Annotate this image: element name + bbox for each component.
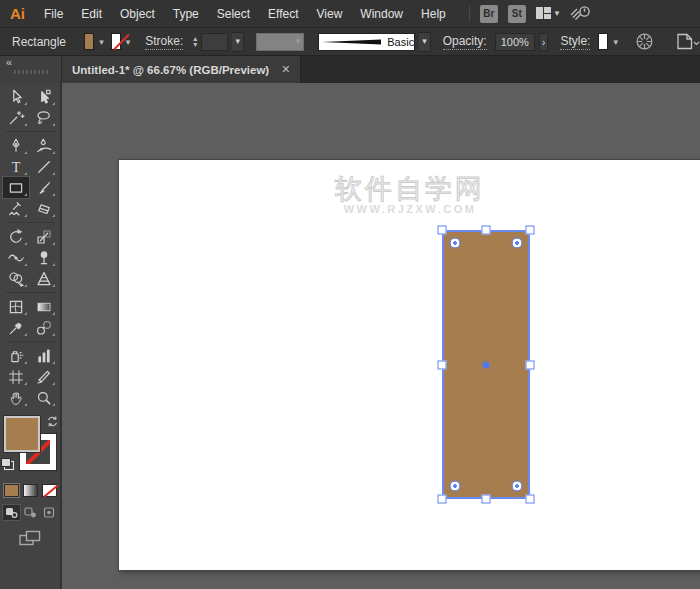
eraser-tool[interactable]	[31, 198, 57, 219]
opacity-link[interactable]: Opacity:	[443, 34, 487, 50]
shaper-tool[interactable]	[3, 198, 29, 219]
menu-item-file[interactable]: File	[35, 0, 72, 28]
slice-tool[interactable]	[31, 366, 57, 387]
selection-handle[interactable]	[526, 226, 535, 235]
change-screen-mode-icon[interactable]	[18, 530, 42, 551]
document-canvas[interactable]: 软件自学网 WWW.RJZXW.COM	[62, 83, 700, 589]
selection-handle[interactable]	[438, 226, 447, 235]
shape-builder-tool[interactable]	[3, 268, 29, 289]
draw-normal-icon[interactable]	[3, 505, 20, 520]
selection-handle[interactable]	[438, 495, 447, 504]
eyedropper-tool[interactable]	[3, 317, 29, 338]
menu-item-view[interactable]: View	[308, 0, 352, 28]
direct-selection-tool[interactable]	[31, 86, 57, 107]
none-button[interactable]	[42, 484, 57, 497]
stroke-swatch[interactable]	[111, 33, 121, 50]
toolbar-separator	[3, 338, 57, 345]
stock-button[interactable]: St	[508, 5, 526, 23]
shape-center-point[interactable]	[483, 361, 490, 368]
stroke-weight-stepper[interactable]: ▴▾	[193, 36, 197, 48]
draw-behind-icon[interactable]	[22, 505, 39, 520]
toolbar-grip[interactable]	[14, 70, 48, 74]
drawing-mode-buttons	[3, 505, 58, 520]
close-tab-icon[interactable]: ✕	[281, 63, 290, 76]
magic-wand-tool[interactable]	[3, 107, 29, 128]
symbol-sprayer-tool[interactable]	[3, 345, 29, 366]
eraser-icon	[35, 200, 53, 218]
gpu-performance-icon[interactable]	[569, 3, 591, 25]
fill-dropdown-chevron-icon[interactable]: ▾	[98, 37, 107, 47]
type-tool[interactable]: T	[3, 156, 29, 177]
pen-tool[interactable]	[3, 135, 29, 156]
collapse-panel-icon[interactable]: «	[6, 56, 12, 68]
selection-handle[interactable]	[482, 495, 491, 504]
rotate-tool[interactable]	[3, 226, 29, 247]
draw-inside-icon[interactable]	[41, 505, 58, 520]
document-tab[interactable]: Untitled-1* @ 66.67% (RGB/Preview) ✕	[62, 56, 301, 83]
lasso-tool[interactable]	[31, 107, 57, 128]
selection-handle[interactable]	[482, 226, 491, 235]
menu-item-effect[interactable]: Effect	[259, 0, 307, 28]
artboard[interactable]	[118, 159, 700, 571]
stroke-link[interactable]: Stroke:	[145, 34, 183, 50]
main-menus: FileEditObjectTypeSelectEffectViewWindow…	[35, 0, 455, 27]
width-tool[interactable]	[3, 247, 29, 268]
menu-item-help[interactable]: Help	[412, 0, 455, 28]
selection-tool[interactable]	[3, 86, 29, 107]
default-fill-stroke-icon[interactable]	[1, 458, 14, 470]
gradient-button[interactable]	[23, 484, 38, 497]
type-icon: T	[7, 158, 25, 176]
fill-proxy[interactable]	[4, 416, 40, 452]
live-corner-widget[interactable]	[512, 238, 523, 249]
style-dropdown-chevron-icon[interactable]: ▾	[612, 37, 621, 47]
curvature-tool[interactable]	[31, 135, 57, 156]
gradient-tool[interactable]	[31, 296, 57, 317]
column-graph-tool[interactable]	[31, 345, 57, 366]
color-button[interactable]	[4, 484, 19, 497]
rectangle-tool[interactable]	[3, 177, 29, 198]
bridge-button[interactable]: Br	[480, 5, 498, 23]
recolor-artwork-icon[interactable]	[635, 32, 654, 51]
brush-definition-box[interactable]: Basic	[318, 33, 415, 51]
zoom-icon	[35, 389, 53, 407]
hand-tool[interactable]	[3, 387, 29, 408]
menu-bar: Ai FileEditObjectTypeSelectEffectViewWin…	[0, 0, 700, 28]
width-icon	[7, 249, 25, 267]
rectangle-icon	[7, 179, 25, 197]
workspace-switcher-button[interactable]: ▾	[536, 7, 560, 20]
fill-swatch[interactable]	[84, 33, 94, 50]
style-link[interactable]: Style:	[560, 34, 590, 50]
artboard-tool[interactable]	[3, 366, 29, 387]
opacity-more-button[interactable]: ›	[539, 33, 549, 51]
brush-dropdown[interactable]: ▾	[419, 32, 431, 52]
brush-stroke-preview-icon	[319, 34, 385, 50]
context-label: Rectangle	[12, 35, 66, 49]
document-setup-icon[interactable]	[674, 32, 700, 51]
selection-icon	[7, 88, 25, 106]
swap-fill-stroke-icon[interactable]	[46, 414, 59, 432]
menu-item-edit[interactable]: Edit	[72, 0, 111, 28]
stroke-weight-dropdown[interactable]: ▾	[232, 32, 244, 52]
chevron-down-icon: ▾	[555, 9, 560, 18]
live-corner-widget[interactable]	[450, 238, 461, 249]
blend-tool[interactable]	[31, 317, 57, 338]
selection-handle[interactable]	[526, 495, 535, 504]
style-swatch[interactable]	[598, 33, 608, 50]
scale-tool[interactable]	[31, 226, 57, 247]
paintbrush-tool[interactable]	[31, 177, 57, 198]
live-corner-widget[interactable]	[512, 481, 523, 492]
zoom-tool[interactable]	[31, 387, 57, 408]
opacity-field[interactable]: 100%	[495, 33, 535, 51]
menu-item-window[interactable]: Window	[351, 0, 412, 28]
live-corner-widget[interactable]	[450, 481, 461, 492]
mesh-tool[interactable]	[3, 296, 29, 317]
stroke-weight-field[interactable]	[201, 33, 228, 51]
selection-handle[interactable]	[438, 360, 447, 369]
line-segment-tool[interactable]	[31, 156, 57, 177]
menu-item-select[interactable]: Select	[208, 0, 259, 28]
puppet-warp-tool[interactable]	[31, 247, 57, 268]
perspective-grid-tool[interactable]	[31, 268, 57, 289]
menu-item-type[interactable]: Type	[164, 0, 208, 28]
selection-handle[interactable]	[526, 360, 535, 369]
menu-item-object[interactable]: Object	[111, 0, 164, 28]
